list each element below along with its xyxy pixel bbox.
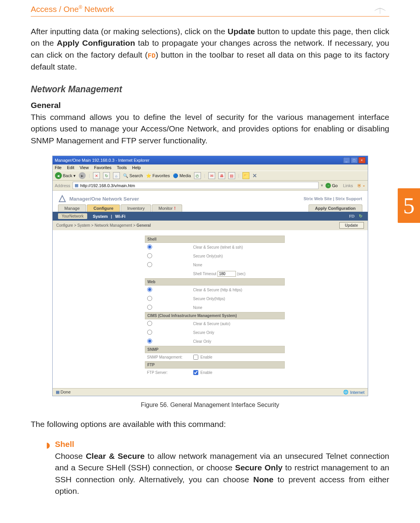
menu-favorites[interactable]: Favorites <box>94 165 111 170</box>
menu-file[interactable]: File <box>55 165 62 170</box>
window-buttons: _ □ × <box>343 157 365 163</box>
para-update-instructions: After inputting data (or making selectio… <box>31 26 389 73</box>
close-button[interactable]: × <box>359 157 365 163</box>
section-web: Web <box>145 278 285 286</box>
section-title-network-management: Network Management <box>31 84 389 95</box>
web-opt3: None <box>193 305 203 310</box>
links-label[interactable]: Links <box>343 183 353 188</box>
shell-timeout-input[interactable] <box>217 271 236 277</box>
tab-apply-configuration[interactable]: Apply Configuration <box>309 204 362 212</box>
registered-mark: ® <box>79 5 82 10</box>
internet-icon: 🌐 <box>343 390 349 395</box>
shell-none-radio[interactable] <box>147 262 152 267</box>
cims-secure-only-radio[interactable] <box>147 330 152 335</box>
window-title: Manager/One Main 192.168.0.3 - Internet … <box>55 158 149 163</box>
fd-button[interactable]: FD <box>349 214 354 218</box>
snmp-label: SNMP Management: <box>147 355 193 359</box>
shell-secure-only-radio[interactable] <box>147 253 152 258</box>
cims-clear-secure-radio[interactable] <box>147 321 152 326</box>
go-icon: → <box>325 183 331 188</box>
cims-clear-only-radio[interactable] <box>147 339 152 344</box>
menu-edit[interactable]: Edit <box>67 165 74 170</box>
zone-indicator: 🌐Internet <box>343 390 364 395</box>
bullet-text-shell: Choose Clear & Secure to allow network m… <box>55 450 389 497</box>
ftp-enable-checkbox[interactable] <box>193 370 198 375</box>
subtab-yournetwork[interactable]: YourNetwork <box>58 213 88 219</box>
url-text: http://192.168.0.3/v/main.htm <box>80 183 135 188</box>
history-icon[interactable]: ◴ <box>194 172 201 179</box>
subtab-system[interactable]: System <box>93 214 108 219</box>
header-title-suffix: Network <box>82 5 114 13</box>
shell-opt2: Secure Only(ssh) <box>193 254 223 258</box>
section-cims: CIMS (Cloud Infrastructure Management Sy… <box>145 312 285 319</box>
snmp-opt: Enable <box>201 355 212 359</box>
tab-inventory[interactable]: Inventory <box>121 204 151 212</box>
bold-update: Update <box>227 27 255 36</box>
section-shell: Shell <box>145 236 285 243</box>
home-icon[interactable]: ⌂ <box>113 172 120 179</box>
update-button[interactable]: Update <box>339 222 364 229</box>
web-opt1: Clear & Secure (http & https) <box>193 288 242 292</box>
app-tabs-row: Manage Configure Inventory Monitor! Appl… <box>53 204 368 212</box>
status-text: Done <box>61 390 71 394</box>
config-form: Shell Clear & Secure (telnet & ssh) Secu… <box>53 230 368 388</box>
address-label: Address <box>55 183 70 188</box>
ftp-label: FTP Server: <box>147 370 193 375</box>
tab-manage[interactable]: Manage <box>58 204 86 212</box>
favorites-button[interactable]: ⭐ Favorites <box>146 173 170 178</box>
sub-title-general: General <box>31 101 389 110</box>
ftp-opt: Enable <box>201 370 212 375</box>
snmp-enable-checkbox[interactable] <box>193 355 198 360</box>
page-icon: ▦ <box>75 183 78 188</box>
app-header-links[interactable]: Strix Web Site | Strix Support <box>304 196 362 201</box>
norton-icon[interactable]: ⛨ ▾ <box>357 183 365 188</box>
edit-icon[interactable]: ▤ <box>228 172 235 179</box>
strix-x-icon[interactable]: ✕ <box>252 173 257 179</box>
go-button[interactable]: →Go <box>325 183 338 188</box>
bold-secure-only: Secure Only <box>235 463 283 472</box>
back-button[interactable]: ◄Back ▾ <box>55 172 76 179</box>
bold-none: None <box>253 475 274 484</box>
page-status-icon: ▦ <box>56 390 60 394</box>
page-header: Access / One® Network <box>31 4 389 17</box>
header-title: Access / One® Network <box>31 5 114 14</box>
minimize-button[interactable]: _ <box>343 157 350 163</box>
print-icon[interactable]: 🖶 <box>218 172 225 179</box>
bold-clear-secure: Clear & Secure <box>86 452 144 460</box>
menu-help[interactable]: Help <box>132 165 141 170</box>
menu-view[interactable]: View <box>80 165 89 170</box>
mail-icon[interactable]: ✉ <box>208 172 215 179</box>
tab-monitor[interactable]: Monitor! <box>152 204 182 212</box>
antenna-icon <box>371 4 389 15</box>
figure-caption: Figure 56. General Management Interface … <box>31 402 389 408</box>
shell-clear-secure-radio[interactable] <box>147 244 152 249</box>
folder-icon[interactable]: 📁 <box>242 172 249 179</box>
stop-icon[interactable]: ✕ <box>93 172 100 179</box>
status-bar: ▦ Done 🌐Internet <box>53 388 368 396</box>
subtab-wifi[interactable]: Wi-Fi <box>115 214 126 219</box>
media-button[interactable]: 🔵 Media <box>173 173 191 178</box>
strix-logo-icon <box>58 194 66 203</box>
refresh-subtab-icon[interactable]: ↻ <box>359 214 362 218</box>
menu-tools[interactable]: Tools <box>117 165 127 170</box>
app-subtabs: YourNetwork System | Wi-Fi FD ↻ <box>53 212 368 221</box>
section-ftp: FTP <box>145 361 285 369</box>
app-screenshot: Manager/One Main 192.168.0.3 - Internet … <box>52 156 368 396</box>
address-input[interactable]: ▦ http://192.168.0.3/v/main.htm <box>73 182 319 189</box>
fd-inline: FD <box>148 52 155 60</box>
section-snmp: SNMP <box>145 346 285 353</box>
tab-configure[interactable]: Configure <box>87 204 120 212</box>
figure-screenshot-wrap: Manager/One Main 192.168.0.3 - Internet … <box>31 156 389 396</box>
header-title-prefix: Access / One <box>31 5 79 13</box>
refresh-icon[interactable]: ↻ <box>103 172 110 179</box>
search-button[interactable]: 🔍 Search <box>123 173 143 178</box>
para-general-desc: This command allows you to define the le… <box>31 111 389 146</box>
forward-button[interactable]: ► <box>79 172 86 179</box>
alert-icon: ! <box>174 206 176 211</box>
shell-timeout-label: Shell Timeout <box>193 272 217 276</box>
web-clear-secure-radio[interactable] <box>147 287 152 292</box>
browser-toolbar: ◄Back ▾ ► | ✕ ↻ ⌂ 🔍 Search ⭐ Favorites 🔵… <box>53 171 368 181</box>
web-none-radio[interactable] <box>147 305 152 310</box>
maximize-button[interactable]: □ <box>351 157 358 163</box>
web-secure-only-radio[interactable] <box>147 296 152 301</box>
